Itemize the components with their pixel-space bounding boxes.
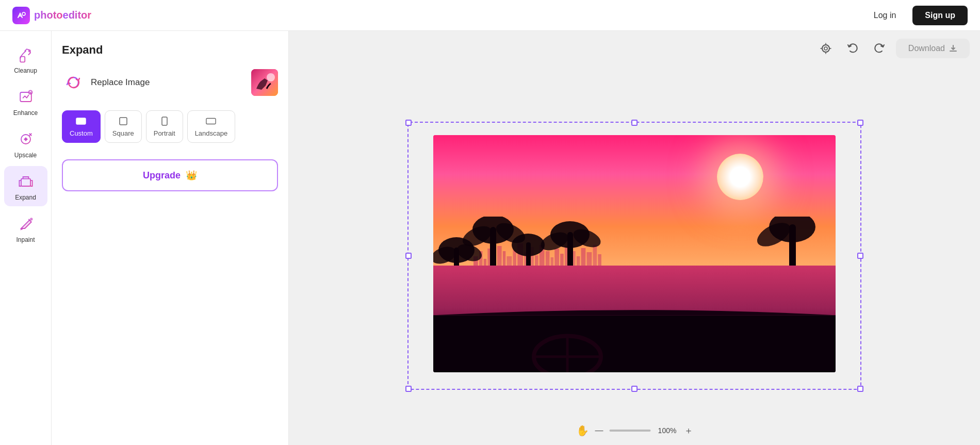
upgrade-button[interactable]: Upgrade 👑 bbox=[62, 159, 278, 191]
image-thumbnail bbox=[251, 69, 278, 96]
svg-point-8 bbox=[24, 138, 27, 140]
sidebar-inpaint-label: Inpaint bbox=[16, 236, 35, 243]
login-button[interactable]: Log in bbox=[865, 7, 905, 24]
svg-point-4 bbox=[28, 90, 32, 95]
inpaint-icon bbox=[15, 213, 36, 234]
zoom-plus-button[interactable]: ＋ bbox=[684, 424, 693, 437]
cleanup-icon bbox=[15, 44, 36, 65]
nav-actions: Log in Sign up bbox=[865, 6, 968, 25]
tools-panel: Expand Replace Image bbox=[52, 31, 289, 445]
handle-top-middle[interactable] bbox=[631, 120, 638, 126]
zoom-percent-label: 100% bbox=[657, 426, 678, 435]
download-label: Download bbox=[908, 44, 945, 53]
handle-bottom-middle[interactable] bbox=[631, 386, 638, 392]
enhance-icon bbox=[15, 87, 36, 107]
sidebar-expand-label: Expand bbox=[15, 194, 36, 201]
download-button[interactable]: Download bbox=[896, 39, 970, 58]
logo-text: photoeditor bbox=[34, 9, 91, 21]
logo: photoeditor bbox=[12, 7, 91, 24]
sidebar-item-upscale[interactable]: Upscale bbox=[4, 124, 47, 164]
scene-dash-svg bbox=[433, 289, 836, 372]
sidebar-item-cleanup[interactable]: Cleanup bbox=[4, 39, 47, 79]
aspect-square-button[interactable]: Square bbox=[105, 110, 142, 143]
square-aspect-icon bbox=[118, 116, 128, 126]
sidebar-item-expand[interactable]: Expand bbox=[4, 166, 47, 206]
handle-middle-right[interactable] bbox=[857, 253, 863, 259]
sidebar-item-inpaint[interactable]: Inpaint bbox=[4, 208, 47, 249]
svg-point-0 bbox=[22, 12, 25, 15]
expand-icon bbox=[15, 171, 36, 192]
canvas-viewport[interactable]: ✋ — 100% ＋ bbox=[289, 66, 980, 445]
redo-button[interactable] bbox=[869, 38, 890, 59]
svg-rect-15 bbox=[162, 117, 167, 125]
svg-point-12 bbox=[267, 73, 275, 81]
handle-bottom-right[interactable] bbox=[857, 386, 863, 392]
zoom-bar: ✋ — 100% ＋ bbox=[576, 424, 693, 437]
crown-icon: 👑 bbox=[186, 170, 197, 181]
svg-rect-13 bbox=[76, 118, 86, 124]
aspect-landscape-button[interactable]: Landscape bbox=[187, 110, 236, 143]
aspect-ratio-buttons: Custom Square Portrait bbox=[62, 110, 278, 143]
handle-middle-left[interactable] bbox=[405, 253, 412, 259]
sidebar-item-enhance[interactable]: Enhance bbox=[4, 81, 47, 122]
aspect-portrait-button[interactable]: Portrait bbox=[146, 110, 183, 143]
sidebar-cleanup-label: Cleanup bbox=[14, 67, 37, 74]
replace-icon-button[interactable] bbox=[62, 71, 85, 94]
canvas-image bbox=[433, 135, 836, 372]
zoom-slider[interactable] bbox=[610, 430, 651, 432]
main-body: Cleanup Enhance bbox=[0, 31, 980, 445]
svg-point-18 bbox=[824, 47, 827, 50]
landscape-aspect-icon bbox=[206, 116, 216, 126]
svg-point-2 bbox=[28, 50, 30, 52]
logo-icon bbox=[12, 7, 30, 24]
svg-rect-9 bbox=[21, 179, 30, 186]
sidebar: Cleanup Enhance bbox=[0, 31, 52, 445]
preview-button[interactable] bbox=[815, 38, 836, 59]
handle-bottom-left[interactable] bbox=[405, 386, 412, 392]
upscale-icon bbox=[15, 129, 36, 150]
svg-rect-62 bbox=[433, 315, 836, 372]
top-navigation: photoeditor Log in Sign up bbox=[0, 0, 980, 31]
handle-top-left[interactable] bbox=[405, 120, 412, 126]
signup-button[interactable]: Sign up bbox=[912, 6, 968, 25]
handle-top-right[interactable] bbox=[857, 120, 863, 126]
replace-image-label: Replace Image bbox=[91, 77, 245, 88]
svg-rect-16 bbox=[206, 119, 216, 124]
undo-button[interactable] bbox=[842, 38, 863, 59]
svg-point-53 bbox=[512, 234, 545, 256]
zoom-minus-button[interactable]: — bbox=[595, 426, 603, 435]
svg-rect-14 bbox=[120, 118, 127, 125]
sidebar-upscale-label: Upscale bbox=[14, 152, 37, 159]
scene-sun bbox=[717, 154, 763, 200]
panel-title: Expand bbox=[62, 43, 278, 57]
svg-point-10 bbox=[30, 218, 32, 220]
custom-aspect-icon bbox=[76, 116, 86, 126]
canvas-area: Download bbox=[289, 31, 980, 445]
sidebar-enhance-label: Enhance bbox=[13, 109, 38, 117]
replace-image-row: Replace Image bbox=[62, 69, 278, 96]
pan-cursor-icon: ✋ bbox=[576, 424, 589, 437]
svg-point-17 bbox=[822, 45, 829, 52]
expand-frame bbox=[407, 122, 861, 390]
scene bbox=[433, 135, 836, 372]
portrait-aspect-icon bbox=[159, 116, 170, 126]
canvas-toolbar: Download bbox=[289, 31, 980, 66]
aspect-custom-button[interactable]: Custom bbox=[62, 110, 101, 143]
